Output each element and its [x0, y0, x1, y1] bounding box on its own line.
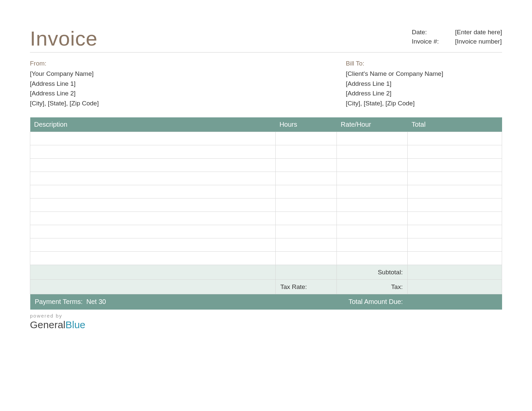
- from-line[interactable]: [City], [State], [Zip Code]: [30, 98, 99, 108]
- table-row: [30, 132, 502, 145]
- subtotal-value[interactable]: [408, 265, 502, 280]
- table-row: [30, 145, 502, 159]
- tax-label: Tax:: [337, 280, 408, 294]
- cell-rate[interactable]: [337, 172, 408, 185]
- cell-total[interactable]: [408, 212, 502, 225]
- invoice-meta: Date: [Enter date here] Invoice #: [Invo…: [412, 29, 502, 47]
- cell-hours[interactable]: [275, 252, 336, 265]
- cell-rate[interactable]: [337, 252, 408, 265]
- table-row: [30, 212, 502, 225]
- cell-hours[interactable]: [275, 132, 336, 145]
- cell-rate[interactable]: [337, 185, 408, 199]
- col-description: Description: [30, 117, 276, 132]
- brand-logo: GeneralBlue: [30, 319, 502, 331]
- tax-value[interactable]: [408, 280, 502, 294]
- cell-hours[interactable]: [275, 212, 336, 225]
- cell-total[interactable]: [408, 145, 502, 159]
- from-heading: From:: [30, 59, 99, 68]
- date-value[interactable]: [Enter date here]: [455, 29, 502, 36]
- tax-rate-label: Tax Rate:: [275, 280, 336, 294]
- cell-total[interactable]: [408, 185, 502, 199]
- cell-description[interactable]: [30, 238, 276, 252]
- cell-hours[interactable]: [275, 199, 336, 212]
- from-block: From: [Your Company Name] [Address Line …: [30, 59, 99, 108]
- from-line[interactable]: [Address Line 1]: [30, 79, 99, 88]
- subtotal-row: Subtotal:: [30, 265, 502, 280]
- cell-description[interactable]: [30, 225, 276, 238]
- address-section: From: [Your Company Name] [Address Line …: [30, 59, 502, 108]
- cell-total[interactable]: [408, 238, 502, 252]
- table-row: [30, 225, 502, 238]
- cell-rate[interactable]: [337, 238, 408, 252]
- footer-row: Payment Terms: Net 30 Total Amount Due:: [30, 294, 502, 310]
- total-due-value[interactable]: [408, 294, 502, 310]
- cell-hours[interactable]: [275, 145, 336, 159]
- bill-to-line[interactable]: [Client's Name or Company Name]: [346, 69, 502, 78]
- cell-total[interactable]: [408, 159, 502, 172]
- date-label: Date:: [412, 29, 455, 36]
- table-row: [30, 238, 502, 252]
- cell-rate[interactable]: [337, 159, 408, 172]
- cell-total[interactable]: [408, 172, 502, 185]
- cell-hours[interactable]: [275, 172, 336, 185]
- bill-to-line[interactable]: [Address Line 1]: [346, 79, 502, 88]
- table-row: [30, 185, 502, 199]
- cell-description[interactable]: [30, 145, 276, 159]
- cell-description[interactable]: [30, 172, 276, 185]
- bill-to-heading: Bill To:: [346, 59, 502, 68]
- cell-hours[interactable]: [275, 159, 336, 172]
- table-row: [30, 159, 502, 172]
- cell-hours[interactable]: [275, 225, 336, 238]
- cell-description[interactable]: [30, 199, 276, 212]
- table-row: [30, 172, 502, 185]
- subtotal-label: Subtotal:: [337, 265, 408, 280]
- cell-description[interactable]: [30, 185, 276, 199]
- table-header-row: Description Hours Rate/Hour Total: [30, 117, 502, 132]
- invoice-table: Description Hours Rate/Hour Total Subtot…: [30, 117, 502, 310]
- page-title: Invoice: [30, 27, 97, 50]
- bill-to-line[interactable]: [Address Line 2]: [346, 88, 502, 98]
- total-due-label: Total Amount Due:: [337, 294, 408, 310]
- payment-terms: Payment Terms: Net 30: [30, 294, 337, 310]
- invoice-header: Invoice Date: [Enter date here] Invoice …: [30, 27, 502, 53]
- cell-rate[interactable]: [337, 212, 408, 225]
- cell-hours[interactable]: [275, 185, 336, 199]
- cell-total[interactable]: [408, 252, 502, 265]
- col-total: Total: [408, 117, 502, 132]
- cell-description[interactable]: [30, 212, 276, 225]
- cell-description[interactable]: [30, 159, 276, 172]
- from-line[interactable]: [Your Company Name]: [30, 69, 99, 78]
- table-row: [30, 199, 502, 212]
- cell-total[interactable]: [408, 199, 502, 212]
- cell-hours[interactable]: [275, 238, 336, 252]
- brand-blue: Blue: [66, 319, 85, 330]
- cell-total[interactable]: [408, 225, 502, 238]
- cell-description[interactable]: [30, 132, 276, 145]
- table-row: [30, 252, 502, 265]
- from-line[interactable]: [Address Line 2]: [30, 88, 99, 98]
- bill-to-line[interactable]: [City], [State], [Zip Code]: [346, 98, 502, 108]
- cell-description[interactable]: [30, 252, 276, 265]
- bill-to-block: Bill To: [Client's Name or Company Name]…: [346, 59, 502, 108]
- cell-rate[interactable]: [337, 132, 408, 145]
- powered-by-label: powered by: [30, 313, 502, 319]
- cell-rate[interactable]: [337, 199, 408, 212]
- tax-row: Tax Rate: Tax:: [30, 280, 502, 294]
- cell-rate[interactable]: [337, 225, 408, 238]
- invoice-number-value[interactable]: [Invoice number]: [455, 38, 501, 45]
- invoice-number-label: Invoice #:: [412, 38, 455, 45]
- cell-total[interactable]: [408, 132, 502, 145]
- brand-general: General: [30, 319, 66, 330]
- col-rate: Rate/Hour: [337, 117, 408, 132]
- cell-rate[interactable]: [337, 145, 408, 159]
- col-hours: Hours: [275, 117, 336, 132]
